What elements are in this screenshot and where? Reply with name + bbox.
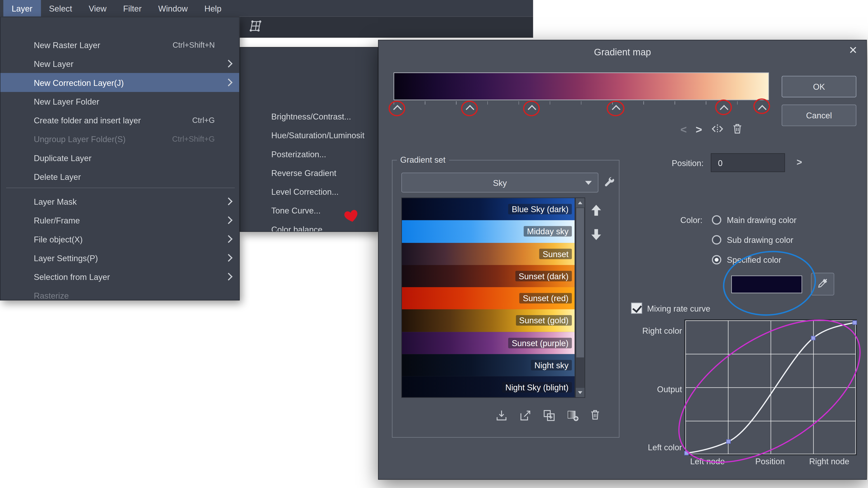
menu-item-layer-settings[interactable]: Layer Settings(P) (0, 249, 239, 267)
submenu-item-hue-saturation[interactable]: Hue/Saturation/Luminosit (240, 126, 377, 144)
position-spinner-icon[interactable]: > (797, 157, 802, 168)
gradient-node[interactable] (528, 105, 536, 113)
menu-shortcut: Ctrl+G (192, 116, 215, 125)
submenu-item-reverse-gradient[interactable]: Reverse Gradient (240, 163, 377, 182)
gradient-preset-name: Sunset (red) (520, 293, 572, 304)
next-node-icon[interactable]: > (696, 124, 702, 135)
gradient-preset-row[interactable]: Sunset (dark) (402, 265, 575, 287)
move-up-icon[interactable] (590, 203, 605, 219)
wrench-icon[interactable] (603, 176, 617, 189)
gradient-map-dialog: Gradient map ✕ OK Cancel < > Position: 0 (378, 40, 867, 480)
prev-node-icon[interactable]: < (680, 124, 687, 135)
gradient-node[interactable] (720, 105, 728, 113)
gradient-preset-row[interactable]: Midday sky (402, 220, 575, 242)
menu-item-file-object[interactable]: File object(X) (0, 230, 239, 248)
close-icon[interactable]: ✕ (848, 45, 857, 55)
cancel-button-label: Cancel (806, 111, 832, 120)
move-down-icon[interactable] (590, 228, 605, 243)
menubar-item-view[interactable]: View (81, 0, 115, 17)
gradient-preset-row[interactable]: Night sky (402, 354, 575, 377)
menubar-item-layer[interactable]: Layer (3, 0, 41, 17)
eyedropper-button[interactable] (811, 273, 834, 295)
preset-list-scrollbar[interactable] (575, 197, 585, 398)
scroll-down-icon[interactable] (576, 388, 585, 397)
ok-button[interactable]: OK (782, 76, 857, 98)
gradient-preview-bar[interactable] (394, 72, 769, 100)
submenu-item-posterization[interactable]: Posterization... (240, 144, 377, 163)
new-gradient-icon[interactable] (567, 410, 579, 422)
gradient-ruler-ticks (394, 101, 769, 105)
menu-item-label: Selection from Layer (0, 272, 110, 282)
menu-item-ungroup-layer-folder: Ungroup Layer Folder(S)Ctrl+Shift+G (0, 129, 239, 148)
menu-item-selection-from-layer[interactable]: Selection from Layer (0, 267, 239, 286)
menu-item-new-raster-layer[interactable]: New Raster LayerCtrl+Shift+N (0, 35, 239, 54)
ok-button-label: OK (813, 82, 825, 91)
scrollbar-thumb[interactable] (576, 208, 584, 357)
menu-item-new-layer[interactable]: New Layer (0, 54, 239, 73)
menubar-item-label: Select (49, 4, 72, 13)
menu-item-ruler-frame[interactable]: Ruler/Frame (0, 211, 239, 230)
submenu-item-color-balance[interactable]: Color balance... (240, 220, 377, 232)
gradient-preset-row[interactable]: Sunset (402, 242, 575, 265)
gradient-node[interactable] (393, 105, 402, 113)
menubar-item-filter[interactable]: Filter (115, 0, 150, 17)
gradient-preset-row[interactable]: Blue Sky (dark) (402, 198, 575, 221)
menu-item-layer-mask[interactable]: Layer Mask (0, 192, 239, 211)
curve-ylabel-output: Output (632, 385, 682, 394)
checkbox-checked-icon[interactable] (631, 303, 642, 314)
gradient-preset-row[interactable]: Night Sky (blight) (402, 376, 575, 398)
flip-gradient-icon[interactable] (711, 123, 724, 136)
duplicate-gradient-icon[interactable] (543, 410, 555, 422)
gradient-node[interactable] (758, 105, 767, 113)
delete-gradient-icon[interactable] (591, 410, 603, 422)
screen: Layer Select View Filter Window Help New… (0, 0, 868, 488)
menu-item-label: Layer Mask (0, 197, 76, 206)
menu-item-label: Hue/Saturation/Luminosit (240, 130, 365, 140)
menu-item-label: New Layer (0, 59, 73, 68)
radio-sub-drawing-color[interactable]: Sub drawing color (712, 234, 793, 245)
curve-ylabel-left-color: Left color (632, 443, 682, 452)
curve-ylabel-right-color: Right color (632, 326, 682, 335)
gradient-preset-name: Night Sky (blight) (502, 382, 572, 393)
radio-icon[interactable] (712, 235, 721, 245)
submenu-item-level-correction[interactable]: Level Correction... (240, 182, 377, 201)
menu-shortcut: Ctrl+Shift+G (172, 134, 215, 143)
menu-item-create-folder-insert-layer[interactable]: Create folder and insert layerCtrl+G (0, 111, 239, 129)
gradient-preset-row[interactable]: Sunset (gold) (402, 310, 575, 332)
menubar-item-select[interactable]: Select (41, 0, 81, 17)
menu-item-label: Tone Curve... (240, 205, 321, 215)
submenu-arrow-icon (225, 216, 232, 224)
import-gradient-icon[interactable] (495, 410, 508, 422)
menubar-item-window[interactable]: Window (150, 0, 196, 17)
menu-item-delete-layer[interactable]: Delete Layer (0, 167, 239, 186)
specified-color-swatch[interactable] (731, 275, 802, 293)
gradient-preset-row[interactable]: Sunset (purple) (402, 332, 575, 354)
cancel-button[interactable]: Cancel (782, 105, 857, 126)
gradient-node[interactable] (612, 105, 620, 113)
menu-item-duplicate-layer[interactable]: Duplicate Layer (0, 148, 239, 167)
gradient-node-strip[interactable] (394, 101, 769, 116)
radio-selected-icon[interactable] (712, 255, 721, 264)
gradient-node[interactable] (466, 105, 474, 113)
menu-item-label: Brightness/Contrast... (240, 111, 351, 121)
menu-item-new-layer-folder[interactable]: New Layer Folder (0, 92, 239, 111)
mesh-transform-icon[interactable] (248, 20, 262, 34)
delete-node-icon[interactable] (733, 123, 742, 135)
position-input[interactable]: 0 (711, 153, 785, 172)
menubar-item-help[interactable]: Help (196, 0, 230, 17)
menu-item-new-correction-layer[interactable]: New Correction Layer(J) (0, 73, 239, 92)
radio-main-drawing-color[interactable]: Main drawing color (712, 215, 796, 225)
radio-icon[interactable] (712, 215, 721, 224)
scroll-up-icon[interactable] (576, 198, 585, 207)
export-gradient-icon[interactable] (519, 410, 531, 422)
menu-item-label: Create folder and insert layer (0, 116, 141, 125)
menubar: Layer Select View Filter Window Help (0, 0, 533, 17)
mixing-rate-curve-graph[interactable] (685, 320, 856, 454)
radio-specified-color[interactable]: Specified color (712, 255, 781, 265)
submenu-item-tone-curve[interactable]: Tone Curve... (240, 201, 377, 220)
gradient-set-dropdown[interactable]: Sky (401, 173, 598, 193)
submenu-item-brightness-contrast[interactable]: Brightness/Contrast... (240, 107, 377, 126)
preset-actions-row (495, 410, 603, 422)
gradient-preset-name: Sunset (dark) (515, 271, 572, 281)
gradient-preset-row[interactable]: Sunset (red) (402, 287, 575, 310)
